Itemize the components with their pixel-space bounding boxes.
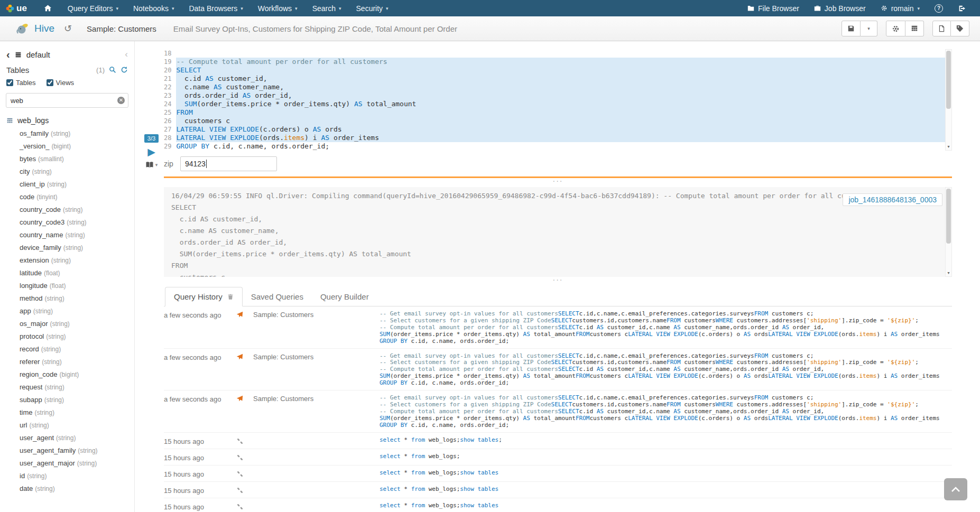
column-item[interactable]: region_code(bigint) xyxy=(0,368,134,381)
execute-button[interactable]: ▶ xyxy=(147,147,155,157)
collapse-sidebar-icon[interactable]: ‹ xyxy=(125,49,128,60)
refresh-icon[interactable] xyxy=(121,66,128,73)
views-checkbox[interactable] xyxy=(47,79,53,86)
table-format-button[interactable] xyxy=(905,21,924,36)
column-item[interactable]: bytes(smallint) xyxy=(0,153,134,165)
history-row[interactable]: 15 hours agoselect * from web_logs;show … xyxy=(164,498,952,512)
file-browser-link[interactable]: File Browser xyxy=(740,0,807,16)
editor-code-line[interactable]: FROM xyxy=(176,108,952,117)
column-item[interactable]: time(string) xyxy=(0,406,134,419)
home-button[interactable] xyxy=(35,4,60,12)
column-item[interactable]: country_code(string) xyxy=(0,203,134,216)
column-item[interactable]: client_ip(string) xyxy=(0,178,134,191)
column-item[interactable]: date(string) xyxy=(0,482,134,495)
database-name[interactable]: default xyxy=(26,50,50,59)
tables-checkbox[interactable] xyxy=(6,79,13,86)
column-item[interactable]: latitude(float) xyxy=(0,267,134,280)
back-arrow-icon[interactable]: ‹ xyxy=(6,49,10,60)
help-button[interactable]: ? xyxy=(927,0,950,16)
column-item[interactable]: city(string) xyxy=(0,165,134,178)
nav-menu-query-editors[interactable]: Query Editors▾ xyxy=(60,0,126,16)
column-item[interactable]: country_name(string) xyxy=(0,229,134,241)
table-item-web-logs[interactable]: web_logs xyxy=(0,112,134,127)
column-item[interactable]: referer(string) xyxy=(0,356,134,368)
nav-menu-security[interactable]: Security▾ xyxy=(349,0,396,16)
editor-code-line[interactable]: LATERAL VIEW EXPLODE(c.orders) o AS ords xyxy=(176,125,952,134)
column-item[interactable]: method(string) xyxy=(0,292,134,305)
resize-handle[interactable]: ··· xyxy=(164,277,952,284)
table-search-input[interactable] xyxy=(6,93,128,108)
editor-code-line[interactable]: c.name AS customer_name, xyxy=(176,83,952,91)
hue-logo[interactable]: ue xyxy=(5,3,27,14)
code-editor[interactable]: 1819-- Compute total amount per order fo… xyxy=(164,49,952,151)
resize-handle[interactable]: ··· xyxy=(164,178,952,185)
trash-icon[interactable] xyxy=(227,293,234,300)
column-item[interactable]: _version_(bigint) xyxy=(0,140,134,153)
editor-scrollbar[interactable]: ▾ xyxy=(945,49,952,151)
editor-code-line[interactable]: GROUP BY c.id, c.name, ords.order_id; xyxy=(176,142,952,151)
column-item[interactable]: request(string) xyxy=(0,381,134,394)
column-item[interactable]: id(string) xyxy=(0,470,134,482)
editor-code-line[interactable]: -- Compute total amount per order for al… xyxy=(176,58,952,66)
history-row[interactable]: a few seconds agoSample: Customers-- Get… xyxy=(164,306,952,349)
column-item[interactable]: url(string) xyxy=(0,419,134,432)
history-row[interactable]: 15 hours agoselect * from web_logs;show … xyxy=(164,482,952,498)
editor-code-line[interactable] xyxy=(176,49,952,58)
column-item[interactable]: record(string) xyxy=(0,343,134,356)
history-timestamp: 15 hours ago xyxy=(164,502,236,511)
clear-search-icon[interactable]: ✕ xyxy=(117,97,125,104)
scroll-down-arrow-icon[interactable]: ▾ xyxy=(946,270,951,276)
log-scrollbar[interactable]: ▾ xyxy=(945,187,952,277)
scroll-down-arrow-icon[interactable]: ▾ xyxy=(946,144,951,150)
column-item[interactable]: extension(string) xyxy=(0,254,134,267)
tab-query-builder[interactable]: Query Builder xyxy=(312,287,377,306)
editor-code-line[interactable]: ords.order_id AS order_id, xyxy=(176,91,952,100)
column-item[interactable]: country_code3(string) xyxy=(0,216,134,229)
column-item[interactable]: code(tinyint) xyxy=(0,191,134,203)
column-item[interactable]: app(string) xyxy=(0,305,134,318)
filter-views-checkbox[interactable]: Views xyxy=(47,79,74,87)
column-item[interactable]: os_family(string) xyxy=(0,127,134,140)
tags-button[interactable] xyxy=(951,21,969,36)
column-item[interactable]: subapp(string) xyxy=(0,394,134,406)
nav-menu-workflows[interactable]: Workflows▾ xyxy=(251,0,305,16)
column-item[interactable]: protocol(string) xyxy=(0,330,134,343)
editor-code-line[interactable]: customers c xyxy=(176,117,952,125)
search-icon[interactable] xyxy=(109,66,116,73)
column-item[interactable]: os_major(string) xyxy=(0,318,134,330)
editor-code-line[interactable]: LATERAL VIEW EXPLODE(ords.items) i AS or… xyxy=(176,134,952,142)
editor-code-line[interactable]: SUM(order_items.price * order_items.qty)… xyxy=(176,100,952,108)
history-row[interactable]: a few seconds agoSample: Customers-- Get… xyxy=(164,390,952,433)
scroll-to-top-button[interactable] xyxy=(944,478,967,500)
nav-menu-notebooks[interactable]: Notebooks▾ xyxy=(126,0,181,16)
column-item[interactable]: user_agent(string) xyxy=(0,432,134,444)
job-link[interactable]: job_1461888648136_0003 xyxy=(843,193,942,206)
history-row[interactable]: a few seconds agoSample: Customers-- Get… xyxy=(164,349,952,391)
job-browser-label: Job Browser xyxy=(825,4,866,13)
editor-code-line[interactable]: c.id AS customer_id, xyxy=(176,75,952,83)
tab-query-history[interactable]: Query History xyxy=(165,287,243,306)
column-item[interactable]: longitude(float) xyxy=(0,280,134,292)
presentation-menu-button[interactable]: ▾ xyxy=(145,161,158,168)
save-button[interactable] xyxy=(842,21,861,36)
column-item[interactable]: user_agent_family(string) xyxy=(0,444,134,457)
column-item[interactable]: device_family(string) xyxy=(0,241,134,254)
logout-button[interactable] xyxy=(950,0,973,16)
history-row[interactable]: 15 hours agoselect * from web_logs;show … xyxy=(164,466,952,482)
new-query-button[interactable] xyxy=(932,21,951,36)
job-browser-link[interactable]: Job Browser xyxy=(807,0,873,16)
nav-menu-data-browsers[interactable]: Data Browsers▾ xyxy=(181,0,250,16)
query-history-icon[interactable]: ↺ xyxy=(64,23,72,34)
editor-code-line[interactable]: SELECT xyxy=(176,66,952,75)
app-name[interactable]: Hive xyxy=(34,23,54,34)
tab-saved-queries[interactable]: Saved Queries xyxy=(243,287,312,306)
save-dropdown-button[interactable]: ▾ xyxy=(861,21,877,36)
history-row[interactable]: 15 hours agoselect * from web_logs; xyxy=(164,449,952,466)
filter-tables-checkbox[interactable]: Tables xyxy=(6,79,36,87)
column-item[interactable]: user_agent_major(string) xyxy=(0,457,134,470)
user-menu[interactable]: romain ▾ xyxy=(873,0,927,16)
variable-zip-input[interactable]: 94123 xyxy=(180,156,277,171)
nav-menu-search[interactable]: Search▾ xyxy=(305,0,349,16)
history-row[interactable]: 15 hours agoselect * from web_logs;show … xyxy=(164,433,952,449)
settings-button[interactable] xyxy=(886,21,905,36)
